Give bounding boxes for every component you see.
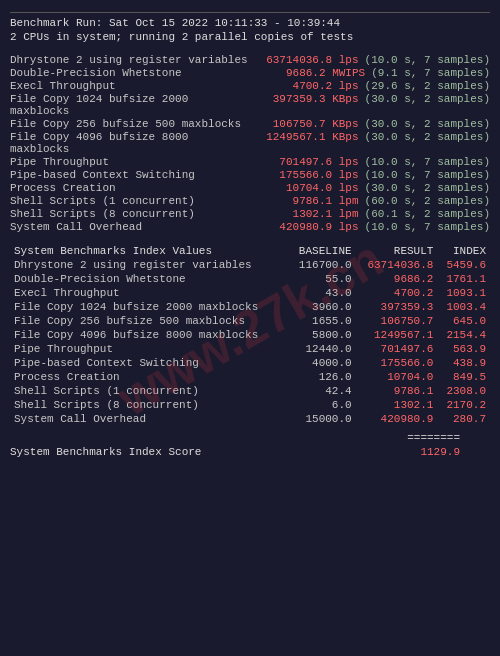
bench-extra: (10.0 s, 7 samples)	[365, 54, 490, 66]
index-baseline: 126.0	[289, 370, 356, 384]
index-result: 4700.2	[356, 286, 438, 300]
index-baseline: 42.4	[289, 384, 356, 398]
bench-extra: (30.0 s, 2 samples)	[365, 93, 490, 105]
index-label: Process Creation	[10, 370, 289, 384]
index-label: Execl Throughput	[10, 286, 289, 300]
index-result: 1302.1	[356, 398, 438, 412]
index-score: 2308.0	[437, 384, 490, 398]
index-result: 63714036.8	[356, 258, 438, 272]
bench-label: Dhrystone 2 using register variables	[10, 54, 248, 66]
bench-label: File Copy 4096 bufsize 8000 maxblocks	[10, 131, 250, 155]
bench-label: Pipe-based Context Switching	[10, 169, 195, 181]
index-header: RESULT	[356, 244, 438, 258]
bench-value: 9786.1 lpm	[195, 195, 359, 207]
bench-extra: (10.0 s, 7 samples)	[365, 169, 490, 181]
index-result: 106750.7	[356, 314, 438, 328]
index-score: 438.9	[437, 356, 490, 370]
index-baseline: 3960.0	[289, 300, 356, 314]
index-baseline: 6.0	[289, 398, 356, 412]
index-label: File Copy 1024 bufsize 2000 maxblocks	[10, 300, 289, 314]
bench-label: File Copy 256 bufsize 500 maxblocks	[10, 118, 241, 130]
bench-extra: (9.1 s, 7 samples)	[371, 67, 490, 79]
index-label: System Call Overhead	[10, 412, 289, 426]
benchmark-row: Shell Scripts (1 concurrent) 9786.1 lpm …	[10, 195, 490, 207]
bench-label: Shell Scripts (8 concurrent)	[10, 208, 195, 220]
bench-label: Execl Throughput	[10, 80, 116, 92]
bench-value: 63714036.8 lps	[248, 54, 359, 66]
bench-label: File Copy 1024 bufsize 2000 maxblocks	[10, 93, 250, 117]
bench-value: 9686.2 MWIPS	[182, 67, 366, 79]
index-row: Dhrystone 2 using register variables1167…	[10, 258, 490, 272]
index-result: 1249567.1	[356, 328, 438, 342]
bench-value: 175566.0 lps	[195, 169, 359, 181]
benchmark-row: Double-Precision Whetstone 9686.2 MWIPS …	[10, 67, 490, 79]
index-header: System Benchmarks Index Values	[10, 244, 289, 258]
benchmark-row: Dhrystone 2 using register variables 637…	[10, 54, 490, 66]
benchmark-row: Process Creation 10704.0 lps (30.0 s, 2 …	[10, 182, 490, 194]
index-baseline: 4000.0	[289, 356, 356, 370]
index-result: 701497.6	[356, 342, 438, 356]
top-separator	[10, 12, 490, 13]
index-baseline: 55.0	[289, 272, 356, 286]
index-label: Shell Scripts (8 concurrent)	[10, 398, 289, 412]
index-score: 1761.1	[437, 272, 490, 286]
index-baseline: 1655.0	[289, 314, 356, 328]
index-section: System Benchmarks Index ValuesBASELINERE…	[10, 244, 490, 426]
bench-label: Shell Scripts (1 concurrent)	[10, 195, 195, 207]
benchmark-run-label: Benchmark Run: Sat Oct 15 2022 10:11:33 …	[10, 17, 490, 29]
bench-extra: (30.0 s, 2 samples)	[365, 118, 490, 130]
bench-value: 397359.3 KBps	[250, 93, 359, 105]
index-label: Shell Scripts (1 concurrent)	[10, 384, 289, 398]
bench-label: Process Creation	[10, 182, 116, 194]
final-score-value: 1129.9	[420, 446, 460, 458]
bench-label: System Call Overhead	[10, 221, 142, 233]
index-baseline: 12440.0	[289, 342, 356, 356]
index-row: Pipe Throughput12440.0701497.6563.9	[10, 342, 490, 356]
bench-extra: (60.0 s, 2 samples)	[365, 195, 490, 207]
benchmark-row: Pipe Throughput 701497.6 lps (10.0 s, 7 …	[10, 156, 490, 168]
index-label: Dhrystone 2 using register variables	[10, 258, 289, 272]
cpu-info-label: 2 CPUs in system; running 2 parallel cop…	[10, 31, 490, 43]
index-row: File Copy 1024 bufsize 2000 maxblocks396…	[10, 300, 490, 314]
index-score: 645.0	[437, 314, 490, 328]
index-row: Shell Scripts (8 concurrent)6.01302.1217…	[10, 398, 490, 412]
bench-extra: (10.0 s, 7 samples)	[365, 221, 490, 233]
bench-value: 1249567.1 KBps	[250, 131, 359, 143]
benchmarks-section: Dhrystone 2 using register variables 637…	[10, 54, 490, 233]
index-result: 175566.0	[356, 356, 438, 370]
index-score: 1003.4	[437, 300, 490, 314]
index-baseline: 43.0	[289, 286, 356, 300]
benchmark-row: File Copy 256 bufsize 500 maxblocks 1067…	[10, 118, 490, 130]
index-row: Pipe-based Context Switching4000.0175566…	[10, 356, 490, 370]
benchmark-row: System Call Overhead 420980.9 lps (10.0 …	[10, 221, 490, 233]
score-separator: ========	[10, 432, 460, 444]
index-result: 9786.1	[356, 384, 438, 398]
bench-value: 4700.2 lps	[116, 80, 359, 92]
index-label: File Copy 4096 bufsize 8000 maxblocks	[10, 328, 289, 342]
benchmark-row: File Copy 1024 bufsize 2000 maxblocks 39…	[10, 93, 490, 117]
index-result: 9686.2	[356, 272, 438, 286]
bench-value: 701497.6 lps	[109, 156, 359, 168]
bench-label: Double-Precision Whetstone	[10, 67, 182, 79]
index-score: 2170.2	[437, 398, 490, 412]
index-row: File Copy 4096 bufsize 8000 maxblocks580…	[10, 328, 490, 342]
index-label: Pipe Throughput	[10, 342, 289, 356]
final-score-label: System Benchmarks Index Score	[10, 446, 201, 458]
benchmark-row: Shell Scripts (8 concurrent) 1302.1 lpm …	[10, 208, 490, 220]
index-header: BASELINE	[289, 244, 356, 258]
index-row: Double-Precision Whetstone55.09686.21761…	[10, 272, 490, 286]
index-baseline: 116700.0	[289, 258, 356, 272]
final-score-row: System Benchmarks Index Score 1129.9	[10, 446, 490, 458]
bench-value: 420980.9 lps	[142, 221, 359, 233]
bench-value: 1302.1 lpm	[195, 208, 359, 220]
index-row: File Copy 256 bufsize 500 maxblocks1655.…	[10, 314, 490, 328]
bench-extra: (29.6 s, 2 samples)	[365, 80, 490, 92]
index-row: Shell Scripts (1 concurrent)42.49786.123…	[10, 384, 490, 398]
index-row: System Call Overhead15000.0420980.9280.7	[10, 412, 490, 426]
final-score-section: ======== System Benchmarks Index Score 1…	[10, 432, 490, 458]
index-row: Execl Throughput43.04700.21093.1	[10, 286, 490, 300]
index-result: 10704.0	[356, 370, 438, 384]
index-score: 1093.1	[437, 286, 490, 300]
index-baseline: 5800.0	[289, 328, 356, 342]
benchmark-row: Pipe-based Context Switching 175566.0 lp…	[10, 169, 490, 181]
